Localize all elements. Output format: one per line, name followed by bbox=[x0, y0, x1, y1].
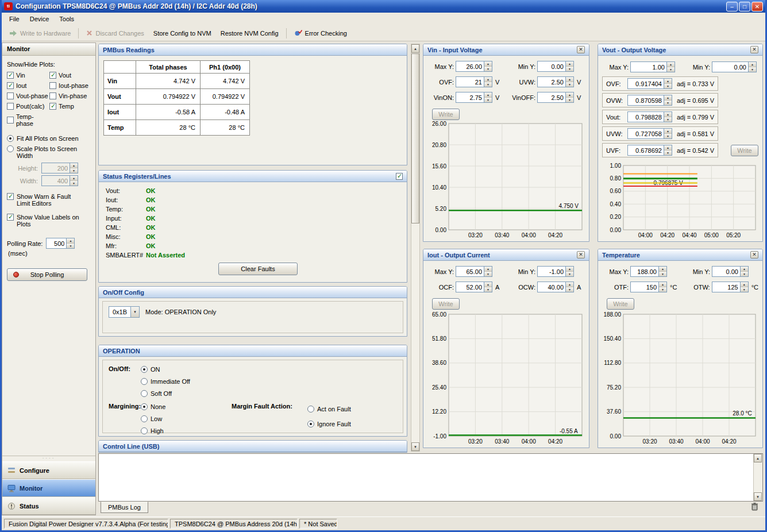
spinner-arrows[interactable]: ▲▼ bbox=[565, 92, 573, 102]
spinner-arrows[interactable]: ▲▼ bbox=[565, 77, 573, 87]
close-icon[interactable]: ✕ bbox=[750, 251, 758, 259]
margin-fault-option-ignore-fault[interactable]: Ignore Fault bbox=[307, 417, 351, 431]
otf-spinner[interactable]: ▲▼ bbox=[630, 282, 667, 292]
spinner-input[interactable] bbox=[42, 176, 70, 186]
plot-toggle-temp[interactable]: Temp bbox=[49, 103, 91, 110]
plot-toggle-temp-phase[interactable]: Temp-phase bbox=[7, 113, 49, 127]
close-button[interactable]: ✕ bbox=[751, 2, 763, 11]
spinner-arrows[interactable]: ▲▼ bbox=[658, 267, 666, 276]
margining-option-none[interactable]: None bbox=[141, 400, 165, 413]
min-y-spinner[interactable]: ▲▼ bbox=[712, 61, 757, 72]
spinner-arrows[interactable]: ▲▼ bbox=[666, 62, 675, 72]
scroll-up-icon[interactable]: ▲ bbox=[411, 44, 419, 53]
spinner-input[interactable] bbox=[628, 129, 664, 138]
spinner-arrows[interactable]: ▲▼ bbox=[664, 95, 672, 105]
status-panel-checkbox[interactable] bbox=[396, 173, 403, 180]
store-config-to-nvm-button[interactable]: Store Config to NVM bbox=[149, 28, 215, 39]
spinner-input[interactable] bbox=[628, 79, 664, 88]
spinner-input[interactable] bbox=[456, 282, 484, 292]
menu-file[interactable]: File bbox=[4, 14, 25, 24]
min-y-spinner[interactable]: ▲▼ bbox=[537, 266, 574, 277]
ovf-spinner[interactable]: ▲▼ bbox=[456, 76, 492, 87]
max-y-spinner[interactable]: ▲▼ bbox=[456, 266, 492, 277]
spinner-arrows[interactable]: ▲▼ bbox=[70, 163, 78, 173]
ovw-spinner[interactable]: ▲▼ bbox=[627, 95, 672, 106]
spinner-arrows[interactable]: ▲▼ bbox=[565, 282, 573, 292]
spinner-input[interactable] bbox=[456, 267, 484, 276]
ocw-spinner[interactable]: ▲▼ bbox=[537, 282, 574, 292]
uvw-spinner[interactable]: ▲▼ bbox=[537, 76, 574, 87]
max-y-spinner[interactable]: ▲▼ bbox=[456, 61, 492, 72]
spinner-input[interactable] bbox=[628, 145, 664, 155]
spinner-input[interactable] bbox=[47, 238, 66, 248]
maximize-button[interactable]: □ bbox=[739, 2, 750, 11]
scroll-down-icon[interactable]: ▼ bbox=[754, 492, 762, 501]
polling-rate-spinner[interactable]: ▲▼ bbox=[46, 238, 75, 249]
sidebar-nav-configure[interactable]: Configure bbox=[2, 461, 95, 479]
spinner-arrows[interactable]: ▲▼ bbox=[484, 77, 492, 87]
margining-option-high[interactable]: High bbox=[141, 425, 165, 437]
scroll-down-icon[interactable]: ▼ bbox=[411, 442, 419, 451]
spinner-arrows[interactable]: ▲▼ bbox=[565, 61, 573, 71]
height-spinner[interactable]: ▲▼ bbox=[41, 163, 78, 174]
spinner-input[interactable] bbox=[538, 77, 565, 87]
spinner-input[interactable] bbox=[456, 61, 484, 71]
on-off-option-immediate-off[interactable]: Immediate Off bbox=[141, 375, 190, 387]
trash-icon[interactable] bbox=[751, 502, 758, 512]
vout-spinner[interactable]: ▲▼ bbox=[627, 111, 672, 122]
max-y-spinner[interactable]: ▲▼ bbox=[630, 266, 667, 277]
spinner-input[interactable] bbox=[628, 112, 664, 122]
restore-nvm-config-button[interactable]: Restore NVM Config bbox=[217, 28, 283, 39]
log-scrollbar[interactable]: ▲ ▼ bbox=[753, 454, 762, 501]
ocf-spinner[interactable]: ▲▼ bbox=[456, 282, 492, 292]
spinner-input[interactable] bbox=[712, 267, 740, 276]
margin-fault-option-act-on-fault[interactable]: Act on Fault bbox=[307, 402, 351, 417]
sidebar-nav-monitor[interactable]: Monitor bbox=[2, 479, 95, 497]
discard-changes-button[interactable]: Discard Changes bbox=[82, 28, 148, 39]
show-warn-fault-editors-checkbox[interactable]: Show Warn & Fault Limit Editors bbox=[7, 193, 91, 207]
plot-toggle-vin[interactable]: Vin bbox=[7, 72, 49, 79]
vinoff-spinner[interactable]: ▲▼ bbox=[537, 92, 574, 103]
spinner-input[interactable] bbox=[538, 92, 565, 102]
spinner-arrows[interactable]: ▲▼ bbox=[484, 92, 492, 102]
width-spinner[interactable]: ▲▼ bbox=[41, 175, 78, 186]
spinner-input[interactable] bbox=[538, 267, 565, 276]
spinner-arrows[interactable]: ▲▼ bbox=[70, 176, 78, 186]
error-checking-button[interactable]: Error Checking bbox=[290, 27, 351, 39]
spinner-arrows[interactable]: ▲▼ bbox=[664, 79, 672, 88]
spinner-input[interactable] bbox=[456, 92, 484, 102]
spinner-input[interactable] bbox=[712, 62, 748, 72]
plot-toggle-pout-calc[interactable]: Pout(calc) bbox=[7, 103, 49, 110]
spinner-arrows[interactable]: ▲▼ bbox=[66, 238, 74, 248]
splitter-handle[interactable]: ···· bbox=[2, 456, 95, 461]
menu-device[interactable]: Device bbox=[25, 14, 55, 24]
write-button[interactable]: Write bbox=[607, 298, 634, 310]
plot-toggle-vout-phase[interactable]: Vout-phase bbox=[7, 92, 49, 99]
minimize-button[interactable]: – bbox=[726, 2, 738, 11]
write-button[interactable]: Write bbox=[731, 145, 758, 156]
close-icon[interactable]: ✕ bbox=[750, 46, 758, 53]
plot-toggle-iout[interactable]: Iout bbox=[7, 82, 49, 89]
spinner-arrows[interactable]: ▲▼ bbox=[748, 62, 756, 72]
menu-tools[interactable]: Tools bbox=[54, 14, 79, 24]
plot-toggle-vout[interactable]: Vout bbox=[49, 72, 91, 79]
spinner-input[interactable] bbox=[42, 163, 70, 173]
ovf-spinner[interactable]: ▲▼ bbox=[627, 78, 672, 89]
spinner-input[interactable] bbox=[631, 282, 658, 292]
on-off-mode-select[interactable]: 0x1B ▼ bbox=[109, 306, 140, 318]
stop-polling-button[interactable]: Stop Polling bbox=[7, 268, 87, 281]
min-y-spinner[interactable]: ▲▼ bbox=[712, 266, 749, 277]
write-to-hardware-button[interactable]: Write to Hardware bbox=[5, 28, 75, 39]
scroll-thumb[interactable] bbox=[411, 53, 419, 223]
spinner-arrows[interactable]: ▲▼ bbox=[484, 282, 492, 292]
close-icon[interactable]: ✕ bbox=[577, 251, 585, 259]
uvw-spinner[interactable]: ▲▼ bbox=[627, 128, 672, 139]
plot-toggle-iout-phase[interactable]: Iout-phase bbox=[49, 82, 91, 89]
spinner-input[interactable] bbox=[538, 61, 565, 71]
uvf-spinner[interactable]: ▲▼ bbox=[627, 145, 672, 156]
plot-toggle-vin-phase[interactable]: Vin-phase bbox=[49, 92, 91, 99]
spinner-arrows[interactable]: ▲▼ bbox=[740, 267, 748, 276]
spinner-input[interactable] bbox=[631, 62, 666, 72]
on-off-option-soft-off[interactable]: Soft Off bbox=[141, 387, 190, 399]
scroll-up-icon[interactable]: ▲ bbox=[754, 454, 762, 462]
